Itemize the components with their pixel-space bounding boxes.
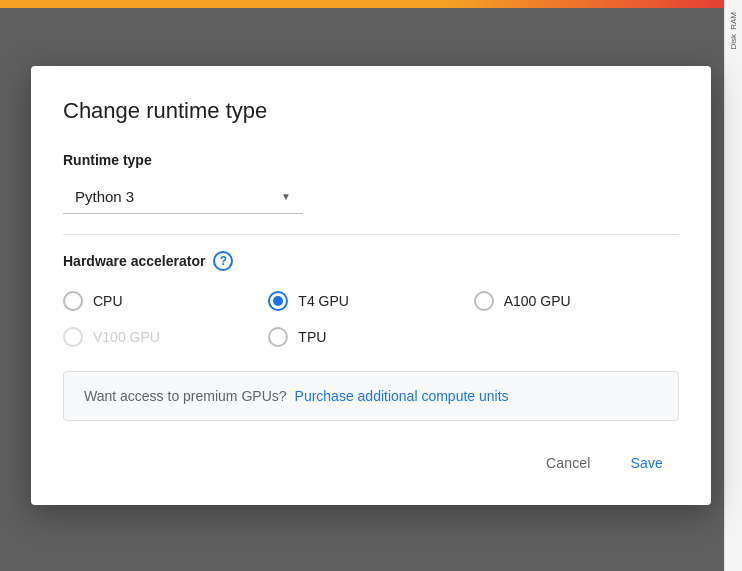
purchase-units-link[interactable]: Purchase additional compute units [295,388,509,404]
disk-label: Disk [729,34,738,50]
ram-label: RAM [729,12,738,30]
runtime-type-label: Runtime type [63,152,679,168]
runtime-type-selected: Python 3 [75,188,134,205]
hardware-options-grid: CPU T4 GPU A100 GPU V100 GPU TPU [63,291,679,347]
radio-label-a100gpu: A100 GPU [504,293,571,309]
radio-label-v100gpu: V100 GPU [93,329,160,345]
radio-option-v100gpu: V100 GPU [63,327,268,347]
radio-option-t4gpu[interactable]: T4 GPU [268,291,473,311]
right-sidebar-panel: RAM Disk [724,0,742,571]
radio-option-tpu[interactable]: TPU [268,327,473,347]
runtime-type-dropdown-container: Python 3 ▼ [63,180,679,214]
radio-circle-tpu [268,327,288,347]
help-icon-symbol: ? [220,254,227,268]
radio-circle-cpu [63,291,83,311]
help-icon[interactable]: ? [213,251,233,271]
hardware-accelerator-label: Hardware accelerator [63,253,205,269]
radio-label-tpu: TPU [298,329,326,345]
radio-label-cpu: CPU [93,293,123,309]
radio-option-cpu[interactable]: CPU [63,291,268,311]
radio-circle-a100gpu [474,291,494,311]
hardware-accelerator-header: Hardware accelerator ? [63,251,679,271]
top-color-bar [0,0,742,8]
radio-label-t4gpu: T4 GPU [298,293,349,309]
change-runtime-dialog: Change runtime type Runtime type Python … [31,66,711,505]
modal-footer: Cancel Save [63,445,679,481]
dialog-title: Change runtime type [63,98,679,124]
save-button[interactable]: Save [615,445,679,481]
radio-circle-t4gpu [268,291,288,311]
radio-circle-v100gpu [63,327,83,347]
section-divider [63,234,679,235]
radio-option-a100gpu[interactable]: A100 GPU [474,291,679,311]
runtime-type-dropdown[interactable]: Python 3 ▼ [63,180,303,214]
cancel-button[interactable]: Cancel [530,445,606,481]
info-box-text: Want access to premium GPUs? [84,388,287,404]
chevron-down-icon: ▼ [281,191,291,202]
info-box: Want access to premium GPUs? Purchase ad… [63,371,679,421]
